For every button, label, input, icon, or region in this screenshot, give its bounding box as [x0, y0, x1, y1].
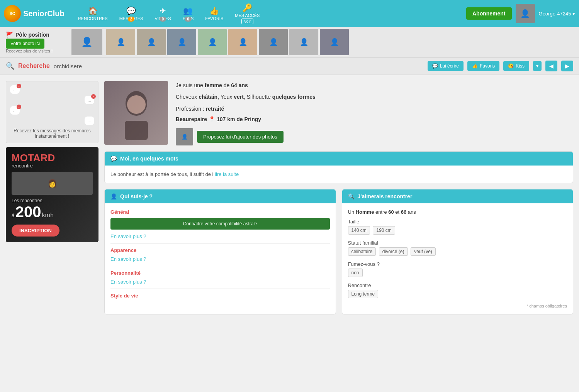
svg-point-1: [127, 95, 146, 114]
lui-ecrire-button[interactable]: 💬 Lui écrire: [428, 61, 464, 71]
pole-banner: 🚩 Pôle position Votre photo ici Recevez …: [0, 27, 579, 57]
bio-header: 💬 Moi, en quelques mots: [105, 152, 573, 166]
bio-body: Le bonheur est à la portée de tous, il s…: [105, 166, 573, 183]
lf-rencontre-label: Rencontre: [348, 282, 567, 288]
kiss-dropdown-button[interactable]: ▾: [533, 61, 542, 71]
lf-taille: Taille 140 cm 190 cm: [348, 219, 567, 236]
kiss-label: Kiss: [516, 63, 525, 69]
nav-label-favoris: FAVORIS: [205, 16, 223, 21]
divider-2: [110, 266, 330, 266]
pole-photo-3[interactable]: 👤: [167, 29, 196, 55]
divider-3: [110, 289, 330, 289]
nav-voir-badge: Voir: [241, 19, 253, 24]
profile-location: Beaurepaire 📍 107 km de Pringy: [176, 116, 573, 122]
sidebar-banner[interactable]: MOTARD rencontre 👩 Les rencontres à 200 …: [6, 147, 98, 242]
fans-icon: 👥: [183, 6, 193, 15]
nav-fans[interactable]: 👥 FANS 0: [177, 6, 200, 21]
profile-thumb: 👤: [176, 128, 193, 145]
en-savoir-plus-1-link[interactable]: En savoir plus ?: [110, 233, 330, 239]
svg-rect-2: [125, 121, 148, 140]
pole-title-text: Pôle position: [15, 32, 49, 38]
profile-profession: retraité: [206, 106, 224, 112]
nav-rencontres[interactable]: 🏠 RENCONTRES: [72, 6, 114, 21]
lf-fumeur: Fumez-vous ? non: [348, 261, 567, 279]
banner-les-rencontres: Les rencontres: [12, 198, 93, 203]
pole-photo-5[interactable]: 👤: [228, 29, 257, 55]
hair-prefix: Cheveux: [176, 94, 199, 100]
profile-eyes: vert: [234, 94, 244, 100]
looking-for-title: J'aimerais rencontrer: [358, 193, 413, 199]
nav-label-rencontres: RENCONTRES: [78, 16, 108, 21]
nav-messages[interactable]: 💬 MESSAGES 2: [114, 6, 149, 21]
kiss-button[interactable]: 😘 Kiss: [503, 61, 529, 71]
home-icon: 🏠: [88, 6, 98, 15]
header: SC SeniorClub 🏠 RENCONTRES 💬 MESSAGES 2 …: [0, 0, 579, 27]
visites-badge: 0: [160, 17, 166, 22]
messages-ad: ... • ... • ... • ... Recevez les messag…: [6, 81, 98, 143]
logo-text: SeniorClub: [23, 9, 65, 18]
favoris-icon: 👍: [209, 6, 219, 15]
bio-read-more-link[interactable]: lire la suite: [215, 171, 239, 177]
banner-inscription-button[interactable]: INSCRIPTION: [12, 225, 59, 237]
search-bar: 🔍 Recherche orchidisere 💬 Lui écrire 👍 F…: [0, 57, 579, 75]
abonnement-button[interactable]: Abonnement: [466, 7, 512, 20]
profile-age: 64 ans: [231, 82, 248, 88]
pole-photo-button[interactable]: Votre photo ici: [6, 39, 44, 49]
qui-suis-je-header: 👤 Qui suis-je ?: [105, 189, 336, 203]
sidebar-ad-text: Recevez les messages des membres instant…: [10, 128, 94, 139]
pole-photo-7[interactable]: 👤: [289, 29, 318, 55]
compatibilite-button[interactable]: Connaître votre compatibilité astrale: [110, 218, 330, 230]
bio-text-content: Le bonheur est à la portée de tous, il s…: [110, 171, 215, 177]
lf-taille-label: Taille: [348, 219, 567, 225]
proposer-photo-button[interactable]: Proposez lui d'ajouter des photos: [197, 131, 284, 143]
apparence-label: Apparence: [110, 247, 330, 253]
pole-photo-6[interactable]: 👤: [259, 29, 288, 55]
bio-text: Le bonheur est à la portée de tous, il s…: [110, 171, 567, 177]
photo-bg: [104, 81, 168, 145]
nav-favoris[interactable]: 👍 FAVORIS: [199, 6, 229, 21]
bubble-dot-3: •: [17, 105, 21, 109]
profile-gender: femme: [205, 82, 222, 88]
en-savoir-plus-3-link[interactable]: En savoir plus ?: [110, 279, 330, 285]
lf-age-max: 66: [401, 209, 406, 215]
pole-photo-1[interactable]: 👤: [106, 29, 135, 55]
pole-photo-4[interactable]: 👤: [198, 29, 227, 55]
lf-statut: Statut familial célibataire divorcé (e) …: [348, 240, 567, 257]
pole-subtitle: Recevez plus de visites !: [6, 49, 53, 53]
banner-rencontre: rencontre: [12, 163, 93, 169]
thumbs-up-icon: 👍: [472, 63, 478, 69]
profession-prefix: Profession :: [176, 106, 206, 112]
nav-mes-acces[interactable]: 🔑 MES ACCÈS Voir: [229, 3, 265, 24]
messages-badge: 2: [128, 17, 135, 22]
search-label: Recherche: [18, 63, 50, 69]
user-avatar: 👤: [516, 4, 535, 23]
lf-statut-tag-1: divorcé (e): [379, 247, 408, 256]
favoris-button[interactable]: 👍 Favoris: [467, 61, 499, 71]
qui-suis-je-icon: 👤: [110, 193, 117, 199]
profile-top: Je suis une femme de 64 ans Cheveux chât…: [104, 81, 573, 145]
next-button[interactable]: ▶: [561, 61, 573, 71]
main-content: ... • ... • ... • ... Recevez les messag…: [0, 75, 579, 320]
fans-badge: 0: [185, 17, 192, 22]
pole-photo-8[interactable]: 👤: [320, 29, 349, 55]
personnalite-label: Personnalité: [110, 270, 330, 276]
bio-section: 💬 Moi, en quelques mots Le bonheur est à…: [104, 151, 573, 183]
lf-statut-tag-2: veuf (ve): [411, 247, 436, 256]
banner-speed: 200: [15, 203, 41, 221]
profile-hair-row: Cheveux châtain, Yeux vert, Silhouette q…: [176, 93, 573, 101]
banner-kmh: kmh: [42, 212, 54, 219]
nav-visites[interactable]: ✈ VISITES 0: [149, 6, 177, 21]
banner-a: à: [12, 212, 15, 218]
profile-hair: châtain: [199, 94, 217, 100]
pole-photo-2[interactable]: 👤: [137, 29, 166, 55]
prev-button[interactable]: ◀: [545, 61, 557, 71]
en-savoir-plus-2-link[interactable]: En savoir plus ?: [110, 256, 330, 262]
header-right: Abonnement 👤 George-47245 ▾: [466, 4, 575, 23]
bubble-dot-2: •: [91, 94, 96, 99]
qui-suis-je-body: Général Connaître votre compatibilité as…: [105, 203, 336, 308]
lf-rencontre-tag-0: Long terme: [348, 290, 379, 298]
bubble-dot-1: •: [17, 84, 21, 88]
kiss-icon: 😘: [508, 63, 514, 69]
profile-photo-small-row: 👤 Proposez lui d'ajouter des photos: [176, 128, 573, 145]
username-dropdown[interactable]: George-47245 ▾: [539, 11, 575, 17]
